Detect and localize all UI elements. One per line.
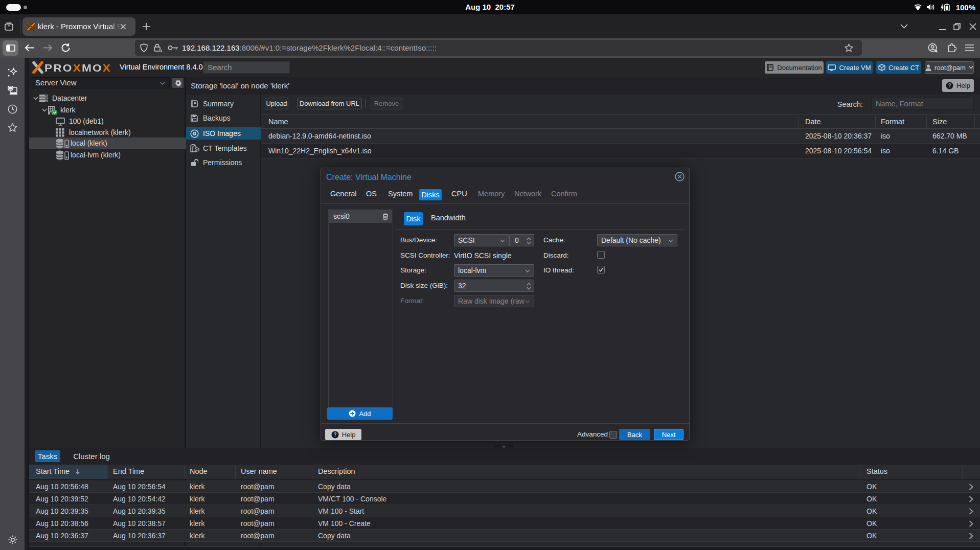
svg-text:?: ? <box>948 83 951 88</box>
svg-text:?: ? <box>333 432 336 438</box>
